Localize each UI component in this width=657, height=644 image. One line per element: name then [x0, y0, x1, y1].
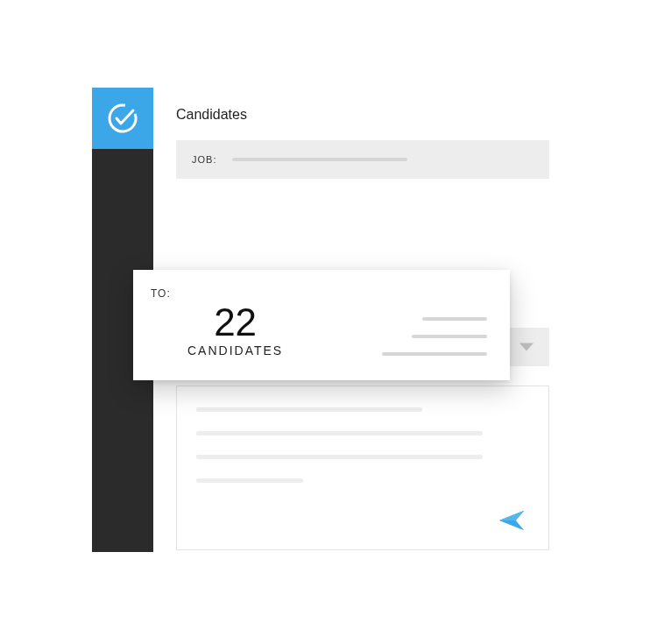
app-logo[interactable]	[92, 88, 153, 149]
job-value-placeholder	[232, 158, 407, 161]
editor-line-placeholder	[196, 455, 483, 459]
job-field[interactable]: JOB:	[176, 140, 549, 179]
recipient-count: 22	[187, 303, 283, 342]
to-label: TO:	[151, 287, 487, 300]
editor-line-placeholder	[196, 478, 303, 483]
send-button[interactable]	[496, 504, 529, 537]
recipient-line-placeholder	[422, 317, 487, 321]
checkmark-circle-icon	[105, 101, 140, 136]
editor-line-placeholder	[196, 431, 483, 435]
chevron-down-icon	[519, 343, 533, 351]
editor-line-placeholder	[196, 407, 422, 412]
svg-point-0	[105, 101, 140, 136]
recipient-lines	[382, 317, 487, 357]
to-popover: TO: 22 CANDIDATES	[133, 270, 510, 380]
job-label: JOB:	[192, 154, 216, 165]
to-body: 22 CANDIDATES	[151, 303, 487, 357]
message-editor[interactable]	[176, 386, 549, 550]
page-title: Candidates	[176, 107, 549, 123]
send-icon	[498, 506, 527, 535]
recipient-count-label: CANDIDATES	[187, 343, 283, 357]
recipient-count-block: 22 CANDIDATES	[187, 303, 283, 357]
recipient-line-placeholder	[412, 335, 487, 338]
recipient-line-placeholder	[382, 352, 487, 356]
